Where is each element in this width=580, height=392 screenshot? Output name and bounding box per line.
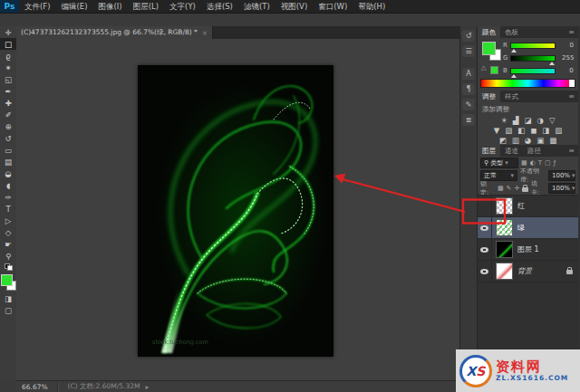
websafe-color-icon[interactable] <box>490 66 498 74</box>
marquee-tool[interactable]: □ <box>0 38 16 50</box>
crop-tool[interactable]: ◱ <box>0 73 16 85</box>
actions-panel-icon[interactable]: ≣ <box>462 114 475 126</box>
fill-field[interactable]: 100% ▾ <box>548 183 575 194</box>
quick-selection-tool[interactable]: ✶ <box>0 62 16 73</box>
layer-thumbnail[interactable] <box>496 197 513 215</box>
menu-file[interactable]: 文件(F) <box>19 0 56 13</box>
character-panel-icon[interactable]: A <box>462 68 475 80</box>
blue-slider-track[interactable] <box>510 68 556 74</box>
exposure-icon[interactable]: ◑ <box>537 116 544 126</box>
move-tool[interactable]: ✛ <box>0 26 16 38</box>
type-tool[interactable]: T <box>0 203 16 215</box>
gradient-tool[interactable]: ▤ <box>0 156 16 167</box>
zoom-tool[interactable]: ⚲ <box>0 250 16 262</box>
layer-row-layer1[interactable]: 图层 1 <box>478 239 578 261</box>
lasso-tool[interactable]: ϱ <box>0 50 16 62</box>
visibility-toggle[interactable] <box>478 217 492 238</box>
visibility-toggle[interactable] <box>478 196 492 216</box>
tab-channels[interactable]: 通道 <box>500 145 523 157</box>
visibility-toggle[interactable] <box>478 239 492 260</box>
blue-slider-thumb[interactable] <box>511 74 517 78</box>
screen-mode-icon[interactable]: ▢ <box>0 304 16 316</box>
zoom-level-field[interactable]: 66.67% <box>22 383 48 391</box>
levels-icon[interactable]: ▟ <box>513 116 519 126</box>
tab-layers[interactable]: 图层 <box>478 145 500 157</box>
path-selection-tool[interactable]: ▷ <box>0 215 16 226</box>
shape-tool[interactable]: ◇ <box>0 226 16 238</box>
filter-effects-icon[interactable]: ƒ <box>554 159 556 167</box>
menu-image[interactable]: 图像(I) <box>93 0 128 13</box>
menu-window[interactable]: 窗口(W) <box>313 0 353 13</box>
brush-tool[interactable]: ✐ <box>0 109 16 120</box>
foreground-color-swatch[interactable] <box>482 42 496 55</box>
quick-mask-icon[interactable]: ◨ <box>0 292 16 304</box>
color-balance-icon[interactable]: ▨ <box>505 126 512 136</box>
history-panel-icon[interactable]: ↺ <box>462 30 475 42</box>
layer-thumbnail[interactable] <box>496 263 513 280</box>
status-expand-icon[interactable]: ▸ <box>145 383 149 391</box>
canvas-image[interactable]: stock.tuchong.com <box>138 65 334 357</box>
layer-name[interactable]: 绿 <box>517 223 525 233</box>
pen-tool[interactable]: ✑ <box>0 191 16 203</box>
opacity-field[interactable]: 100% ▾ <box>548 170 575 181</box>
history-brush-tool[interactable]: ↺ <box>0 132 16 144</box>
green-slider-thumb[interactable] <box>549 62 555 65</box>
foreground-color-swatch[interactable] <box>1 274 13 286</box>
panel-menu-icon[interactable]: ≡ <box>565 26 578 38</box>
panel-menu-icon[interactable]: ≡ <box>565 145 578 157</box>
photo-filter-icon[interactable]: ◼ <box>530 126 536 136</box>
channel-mixer-icon[interactable]: ◨ <box>542 126 549 136</box>
lock-all-icon[interactable] <box>522 187 528 192</box>
eraser-tool[interactable]: ▭ <box>0 144 16 156</box>
menu-layer[interactable]: 图层(L) <box>128 0 164 13</box>
layer-row-green[interactable]: 绿 <box>478 217 578 239</box>
lock-transparency-icon[interactable]: ▩ <box>498 185 504 192</box>
color-lookup-icon[interactable]: ▧ <box>555 126 562 136</box>
menu-help[interactable]: 帮助(H) <box>353 0 391 13</box>
hand-tool[interactable]: ☛ <box>0 238 16 250</box>
color-spectrum-ramp[interactable] <box>480 79 575 88</box>
filter-type-icon[interactable]: T <box>538 159 542 167</box>
lock-position-icon[interactable]: ✛ <box>514 185 519 192</box>
black-white-icon[interactable]: ◧ <box>517 126 525 136</box>
layer-name[interactable]: 背景 <box>517 266 532 276</box>
red-slider-thumb[interactable] <box>511 49 517 53</box>
menu-edit[interactable]: 编辑(E) <box>56 0 93 13</box>
visibility-toggle[interactable] <box>478 261 492 282</box>
red-slider-track[interactable] <box>510 43 556 49</box>
filter-adjustment-icon[interactable]: ◐ <box>530 159 536 167</box>
filter-shape-icon[interactable]: ▢ <box>545 159 551 167</box>
tab-adjustments[interactable]: 调整 <box>478 91 500 102</box>
white-swatch[interactable] <box>569 80 575 87</box>
tab-paths[interactable]: 路径 <box>523 145 546 157</box>
tab-color[interactable]: 颜色 <box>478 26 500 38</box>
filter-pixel-icon[interactable]: ▦ <box>521 159 527 167</box>
menu-type[interactable]: 文字(Y) <box>164 0 201 13</box>
properties-panel-icon[interactable]: ☰ <box>462 45 475 57</box>
layer-filter-type-select[interactable]: ⚲ 类型 ▾ <box>480 158 518 168</box>
layer-name[interactable]: 图层 1 <box>517 244 539 254</box>
gamut-warning-icon[interactable]: △ <box>481 64 486 72</box>
document-tab[interactable]: (C)473731262132373555.jpg @ 66.7%(绿, RGB… <box>16 26 213 39</box>
layer-name[interactable]: 红 <box>517 201 525 211</box>
green-slider-track[interactable] <box>510 55 556 62</box>
curves-icon[interactable]: ◪ <box>525 116 532 126</box>
red-value[interactable]: 0 <box>558 42 574 49</box>
layer-thumbnail[interactable] <box>496 219 513 236</box>
vibrance-icon[interactable]: ▽ <box>549 116 556 126</box>
hue-saturation-icon[interactable]: ▼ <box>494 126 500 136</box>
close-icon[interactable]: × <box>202 29 208 37</box>
lock-pixels-icon[interactable]: ✎ <box>507 185 512 192</box>
layer-thumbnail[interactable] <box>496 241 513 258</box>
layer-row-red[interactable]: 红 <box>478 196 578 217</box>
paragraph-panel-icon[interactable]: ¶ <box>462 83 475 95</box>
panel-menu-icon[interactable]: ≡ <box>565 91 578 102</box>
clone-stamp-tool[interactable]: ⊕ <box>0 120 16 132</box>
blur-tool[interactable]: ◒ <box>0 167 16 179</box>
menu-filter[interactable]: 滤镜(T) <box>238 0 276 13</box>
default-colors-icon[interactable] <box>5 263 13 270</box>
tab-styles[interactable]: 样式 <box>500 91 523 102</box>
menu-select[interactable]: 选择(S) <box>201 0 238 13</box>
green-value[interactable]: 255 <box>558 54 574 62</box>
menu-view[interactable]: 视图(V) <box>276 0 313 13</box>
